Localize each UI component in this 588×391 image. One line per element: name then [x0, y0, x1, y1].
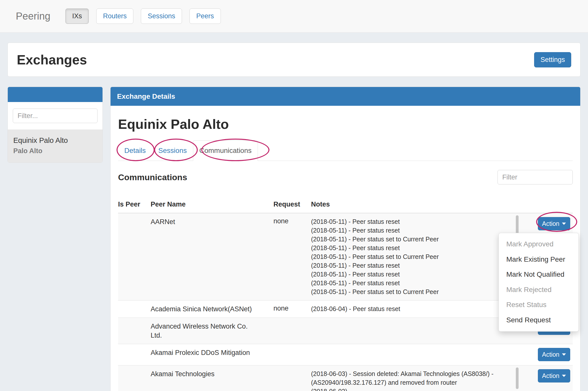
action-dropdown-menu: Mark Approved Mark Existing Peer Mark No…: [499, 233, 579, 332]
request-cell: [273, 365, 311, 391]
col-header-is-peer: Is Peer: [118, 197, 151, 213]
communications-table: Is Peer Peer Name Request Notes AARNet n…: [118, 197, 573, 391]
nav-item-peers[interactable]: Peers: [189, 9, 221, 24]
request-cell: none: [273, 301, 311, 318]
caret-down-icon: [562, 375, 566, 377]
page-container: Exchanges Settings Equinix Palo Alto Pal…: [0, 43, 588, 391]
notes-cell: [311, 318, 520, 344]
sidebar-panel-header: [8, 87, 103, 102]
nav-item-routers[interactable]: Routers: [96, 9, 134, 24]
col-header-request: Request: [273, 197, 311, 213]
is-peer-cell: [118, 365, 151, 391]
notes-cell: (2018-06-03) - Session deleted: Akamai T…: [311, 365, 520, 391]
col-header-notes: Notes: [311, 197, 520, 213]
nav-item-sessions[interactable]: Sessions: [141, 9, 182, 24]
peer-name-cell: Akamai Prolexic DDoS Mitigation: [151, 344, 273, 365]
action-button[interactable]: Action: [538, 348, 570, 361]
table-header-row: Is Peer Peer Name Request Notes: [118, 197, 573, 213]
menu-item-mark-not-qualified[interactable]: Mark Not Qualified: [499, 267, 578, 282]
notes-cell: (2018-06-04) - Peer status reset: [311, 301, 520, 318]
exchange-title: Equinix Palo Alto: [118, 116, 573, 132]
is-peer-cell: [118, 344, 151, 365]
ix-item-name: Equinix Palo Alto: [13, 136, 97, 145]
communications-heading: Communications: [118, 172, 187, 182]
menu-item-send-request[interactable]: Send Request: [499, 313, 578, 328]
is-peer-cell: [118, 301, 151, 318]
is-peer-cell: [118, 213, 151, 301]
caret-down-icon: [562, 223, 566, 225]
notes-text: (2018-06-03) - Session deleted: Akamai T…: [311, 369, 518, 391]
page-title: Exchanges: [17, 52, 87, 67]
menu-item-mark-rejected[interactable]: Mark Rejected: [499, 282, 578, 298]
ix-list-sidebar: Equinix Palo Alto Palo Alto: [8, 87, 103, 163]
ix-item-city: Palo Alto: [13, 147, 97, 155]
communications-filter-input[interactable]: [498, 170, 573, 184]
action-button-label: Action: [542, 351, 559, 358]
communications-header-bar: Communications: [118, 170, 573, 184]
action-button-label: Action: [542, 220, 559, 227]
exchange-details-panel: Exchange Details Equinix Palo Alto Detai…: [110, 87, 580, 391]
page-header-panel: Exchanges Settings: [8, 43, 580, 77]
content-row: Equinix Palo Alto Palo Alto Exchange Det…: [8, 87, 580, 391]
caret-down-icon: [562, 353, 566, 356]
notes-text: (2018-05-11) - Peer status reset (2018-0…: [311, 217, 518, 296]
action-cell: Action: [520, 344, 573, 365]
action-cell: Action Mark Approved Mark Existing Peer …: [520, 213, 573, 301]
peer-name-cell: AARNet: [151, 213, 273, 301]
action-cell: Action: [520, 365, 573, 391]
top-navbar: Peering IXs Routers Sessions Peers: [0, 0, 588, 33]
notes-text: (2018-06-04) - Peer status reset: [311, 305, 518, 313]
sidebar-filter-wrap: [8, 102, 103, 130]
nav-item-ixs[interactable]: IXs: [65, 9, 89, 24]
menu-item-mark-approved[interactable]: Mark Approved: [499, 237, 578, 252]
exchange-details-panel-title: Exchange Details: [111, 87, 580, 106]
settings-button[interactable]: Settings: [534, 52, 571, 67]
peer-name-cell: Advanced Wireless Network Co. Ltd.: [151, 318, 273, 344]
table-row-akamai-prolexic: Akamai Prolexic DDoS Mitigation Action: [118, 344, 573, 365]
request-cell: [273, 344, 311, 365]
action-button[interactable]: Action: [538, 369, 570, 382]
table-row-akamai-technologies: Akamai Technologies (2018-06-03) - Sessi…: [118, 365, 573, 391]
peer-name-cell: Academia Sinica Network(ASNet): [151, 301, 273, 318]
menu-item-mark-existing-peer[interactable]: Mark Existing Peer: [499, 252, 578, 267]
table-row-aarnet: AARNet none (2018-05-11) - Peer status r…: [118, 213, 573, 301]
ix-filter-input[interactable]: [13, 109, 97, 123]
tab-sessions[interactable]: Sessions: [152, 140, 193, 161]
tab-communications[interactable]: Communications: [193, 140, 258, 161]
exchange-details-body: Equinix Palo Alto Details Sessions Commu…: [111, 106, 580, 391]
notes-cell: (2018-05-11) - Peer status reset (2018-0…: [311, 213, 520, 301]
peer-name-cell: Akamai Technologies: [151, 365, 273, 391]
action-button-label: Action: [542, 372, 559, 379]
notes-scrollbar-thumb[interactable]: [516, 367, 519, 389]
tab-details[interactable]: Details: [118, 140, 152, 161]
notes-cell: [311, 344, 520, 365]
col-header-actions: [520, 197, 573, 213]
col-header-peer-name: Peer Name: [151, 197, 273, 213]
app-brand: Peering: [16, 11, 50, 22]
exchange-tabs: Details Sessions Communications: [118, 140, 573, 161]
sidebar-item-equinix-palo-alto[interactable]: Equinix Palo Alto Palo Alto: [8, 130, 103, 162]
request-cell: none: [273, 213, 311, 301]
action-button[interactable]: Action: [538, 217, 570, 230]
request-cell: [273, 318, 311, 344]
menu-item-reset-status[interactable]: Reset Status: [499, 297, 578, 313]
is-peer-cell: [118, 318, 151, 344]
